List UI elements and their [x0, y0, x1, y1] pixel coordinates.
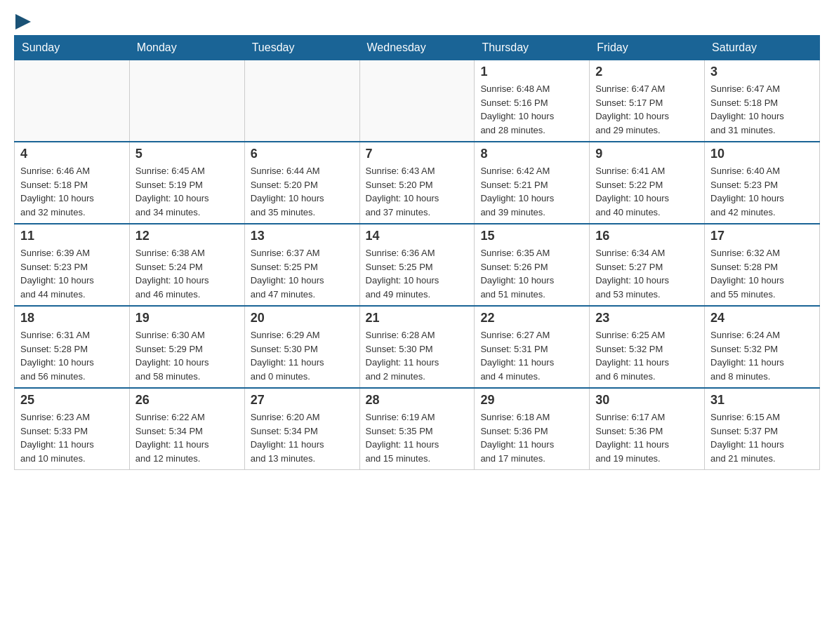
svg-marker-0 [15, 14, 31, 29]
day-info: Sunrise: 6:35 AMSunset: 5:26 PMDaylight:… [480, 246, 583, 301]
day-number: 14 [366, 229, 469, 243]
day-number: 4 [20, 147, 124, 161]
calendar-cell: 11Sunrise: 6:39 AMSunset: 5:23 PMDayligh… [15, 224, 130, 306]
day-number: 20 [251, 311, 354, 326]
calendar-cell: 18Sunrise: 6:31 AMSunset: 5:28 PMDayligh… [15, 306, 130, 388]
calendar-cell: 30Sunrise: 6:17 AMSunset: 5:36 PMDayligh… [590, 388, 705, 470]
day-info: Sunrise: 6:37 AMSunset: 5:25 PMDaylight:… [251, 246, 354, 301]
day-number: 5 [135, 147, 239, 161]
day-info: Sunrise: 6:45 AMSunset: 5:19 PMDaylight:… [135, 164, 239, 219]
calendar-cell: 27Sunrise: 6:20 AMSunset: 5:34 PMDayligh… [244, 388, 359, 470]
day-info: Sunrise: 6:28 AMSunset: 5:30 PMDaylight:… [366, 328, 469, 383]
calendar-cell: 3Sunrise: 6:47 AMSunset: 5:18 PMDaylight… [705, 60, 820, 142]
calendar-cell: 16Sunrise: 6:34 AMSunset: 5:27 PMDayligh… [590, 224, 705, 306]
calendar-cell: 13Sunrise: 6:37 AMSunset: 5:25 PMDayligh… [244, 224, 359, 306]
day-number: 3 [710, 65, 814, 79]
day-info: Sunrise: 6:27 AMSunset: 5:31 PMDaylight:… [480, 328, 583, 383]
day-info: Sunrise: 6:38 AMSunset: 5:24 PMDaylight:… [135, 246, 239, 301]
day-info: Sunrise: 6:40 AMSunset: 5:23 PMDaylight:… [710, 164, 814, 219]
calendar-cell: 25Sunrise: 6:23 AMSunset: 5:33 PMDayligh… [15, 388, 130, 470]
day-number: 19 [135, 311, 239, 326]
day-number: 27 [251, 393, 354, 408]
day-number: 12 [135, 229, 239, 243]
day-info: Sunrise: 6:34 AMSunset: 5:27 PMDaylight:… [595, 246, 699, 301]
day-of-week-header: Friday [590, 36, 705, 60]
day-of-week-header: Wednesday [359, 36, 475, 60]
day-info: Sunrise: 6:46 AMSunset: 5:18 PMDaylight:… [20, 164, 124, 219]
day-number: 16 [595, 229, 699, 243]
day-number: 28 [366, 393, 469, 408]
day-info: Sunrise: 6:18 AMSunset: 5:36 PMDaylight:… [480, 410, 583, 465]
day-number: 21 [366, 311, 469, 326]
calendar-cell [244, 60, 359, 142]
day-number: 29 [480, 393, 583, 408]
day-number: 26 [135, 393, 239, 408]
day-info: Sunrise: 6:36 AMSunset: 5:25 PMDaylight:… [366, 246, 469, 301]
calendar-cell: 28Sunrise: 6:19 AMSunset: 5:35 PMDayligh… [359, 388, 475, 470]
day-of-week-header: Tuesday [244, 36, 359, 60]
day-info: Sunrise: 6:31 AMSunset: 5:28 PMDaylight:… [20, 328, 124, 383]
logo-icon [15, 14, 31, 29]
day-number: 18 [20, 311, 124, 326]
calendar-cell: 2Sunrise: 6:47 AMSunset: 5:17 PMDaylight… [590, 60, 705, 142]
day-info: Sunrise: 6:32 AMSunset: 5:28 PMDaylight:… [710, 246, 814, 301]
logo [14, 14, 32, 28]
calendar-cell: 22Sunrise: 6:27 AMSunset: 5:31 PMDayligh… [475, 306, 590, 388]
page-header [14, 14, 820, 28]
calendar-cell: 5Sunrise: 6:45 AMSunset: 5:19 PMDaylight… [129, 142, 244, 224]
calendar-cell: 20Sunrise: 6:29 AMSunset: 5:30 PMDayligh… [244, 306, 359, 388]
calendar-cell: 1Sunrise: 6:48 AMSunset: 5:16 PMDaylight… [475, 60, 590, 142]
calendar-cell: 29Sunrise: 6:18 AMSunset: 5:36 PMDayligh… [475, 388, 590, 470]
day-info: Sunrise: 6:20 AMSunset: 5:34 PMDaylight:… [251, 410, 354, 465]
day-of-week-header: Monday [129, 36, 244, 60]
day-number: 11 [20, 229, 124, 243]
day-number: 17 [710, 229, 814, 243]
calendar-cell: 15Sunrise: 6:35 AMSunset: 5:26 PMDayligh… [475, 224, 590, 306]
day-info: Sunrise: 6:39 AMSunset: 5:23 PMDaylight:… [20, 246, 124, 301]
calendar-cell: 21Sunrise: 6:28 AMSunset: 5:30 PMDayligh… [359, 306, 475, 388]
day-info: Sunrise: 6:22 AMSunset: 5:34 PMDaylight:… [135, 410, 239, 465]
day-info: Sunrise: 6:25 AMSunset: 5:32 PMDaylight:… [595, 328, 699, 383]
day-number: 23 [595, 311, 699, 326]
day-info: Sunrise: 6:41 AMSunset: 5:22 PMDaylight:… [595, 164, 699, 219]
calendar-cell: 19Sunrise: 6:30 AMSunset: 5:29 PMDayligh… [129, 306, 244, 388]
day-info: Sunrise: 6:44 AMSunset: 5:20 PMDaylight:… [251, 164, 354, 219]
calendar-cell: 23Sunrise: 6:25 AMSunset: 5:32 PMDayligh… [590, 306, 705, 388]
day-info: Sunrise: 6:24 AMSunset: 5:32 PMDaylight:… [710, 328, 814, 383]
calendar-cell: 26Sunrise: 6:22 AMSunset: 5:34 PMDayligh… [129, 388, 244, 470]
day-info: Sunrise: 6:42 AMSunset: 5:21 PMDaylight:… [480, 164, 583, 219]
day-info: Sunrise: 6:48 AMSunset: 5:16 PMDaylight:… [480, 82, 583, 137]
day-number: 8 [480, 147, 583, 161]
day-number: 2 [595, 65, 699, 79]
day-number: 31 [710, 393, 814, 408]
calendar-cell [359, 60, 475, 142]
day-of-week-header: Sunday [15, 36, 130, 60]
day-info: Sunrise: 6:19 AMSunset: 5:35 PMDaylight:… [366, 410, 469, 465]
day-number: 6 [251, 147, 354, 161]
calendar-cell: 7Sunrise: 6:43 AMSunset: 5:20 PMDaylight… [359, 142, 475, 224]
calendar-cell: 17Sunrise: 6:32 AMSunset: 5:28 PMDayligh… [705, 224, 820, 306]
day-number: 30 [595, 393, 699, 408]
day-number: 15 [480, 229, 583, 243]
day-number: 13 [251, 229, 354, 243]
day-info: Sunrise: 6:17 AMSunset: 5:36 PMDaylight:… [595, 410, 699, 465]
day-info: Sunrise: 6:47 AMSunset: 5:18 PMDaylight:… [710, 82, 814, 137]
calendar-cell [129, 60, 244, 142]
calendar-week-row: 1Sunrise: 6:48 AMSunset: 5:16 PMDaylight… [15, 60, 820, 142]
day-number: 25 [20, 393, 124, 408]
calendar-cell [15, 60, 130, 142]
calendar-cell: 14Sunrise: 6:36 AMSunset: 5:25 PMDayligh… [359, 224, 475, 306]
calendar-week-row: 18Sunrise: 6:31 AMSunset: 5:28 PMDayligh… [15, 306, 820, 388]
calendar-cell: 12Sunrise: 6:38 AMSunset: 5:24 PMDayligh… [129, 224, 244, 306]
day-info: Sunrise: 6:23 AMSunset: 5:33 PMDaylight:… [20, 410, 124, 465]
calendar-cell: 6Sunrise: 6:44 AMSunset: 5:20 PMDaylight… [244, 142, 359, 224]
day-number: 10 [710, 147, 814, 161]
day-number: 24 [710, 311, 814, 326]
day-of-week-header: Thursday [475, 36, 590, 60]
calendar-cell: 4Sunrise: 6:46 AMSunset: 5:18 PMDaylight… [15, 142, 130, 224]
calendar-cell: 24Sunrise: 6:24 AMSunset: 5:32 PMDayligh… [705, 306, 820, 388]
calendar-cell: 10Sunrise: 6:40 AMSunset: 5:23 PMDayligh… [705, 142, 820, 224]
day-number: 7 [366, 147, 469, 161]
calendar-table: SundayMondayTuesdayWednesdayThursdayFrid… [14, 35, 820, 470]
day-of-week-header: Saturday [705, 36, 820, 60]
